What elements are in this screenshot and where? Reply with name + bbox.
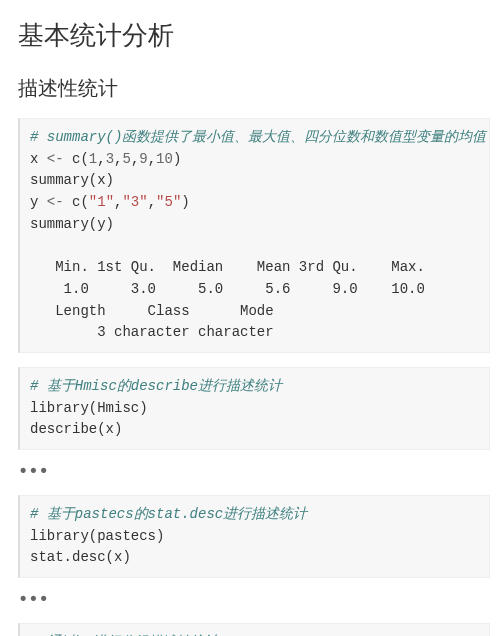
code-block-1: # summary()函数提供了最小值、最大值、四分位数和数值型变量的均值 x … bbox=[18, 118, 490, 353]
ellipsis-icon: ••• bbox=[20, 460, 490, 481]
ellipsis-icon: ••• bbox=[20, 588, 490, 609]
comment-line: # 基于pastecs的stat.desc进行描述统计 bbox=[30, 506, 307, 522]
output-line: Min. 1st Qu. Median Mean 3rd Qu. Max. 1.… bbox=[30, 259, 433, 340]
code-block-3: # 基于pastecs的stat.desc进行描述统计 library(past… bbox=[18, 495, 490, 578]
comment-line: # 基于Hmisc的describe进行描述统计 bbox=[30, 378, 282, 394]
code-block-2: # 基于Hmisc的describe进行描述统计 library(Hmisc) … bbox=[18, 367, 490, 450]
code-block-4: # 通过by进行分组描述性统计 x <- mtcars[order(mtcars… bbox=[18, 623, 490, 636]
section-heading: 描述性统计 bbox=[18, 75, 490, 102]
comment-line: # summary()函数提供了最小值、最大值、四分位数和数值型变量的均值 bbox=[30, 129, 486, 145]
page-heading: 基本统计分析 bbox=[18, 18, 490, 53]
